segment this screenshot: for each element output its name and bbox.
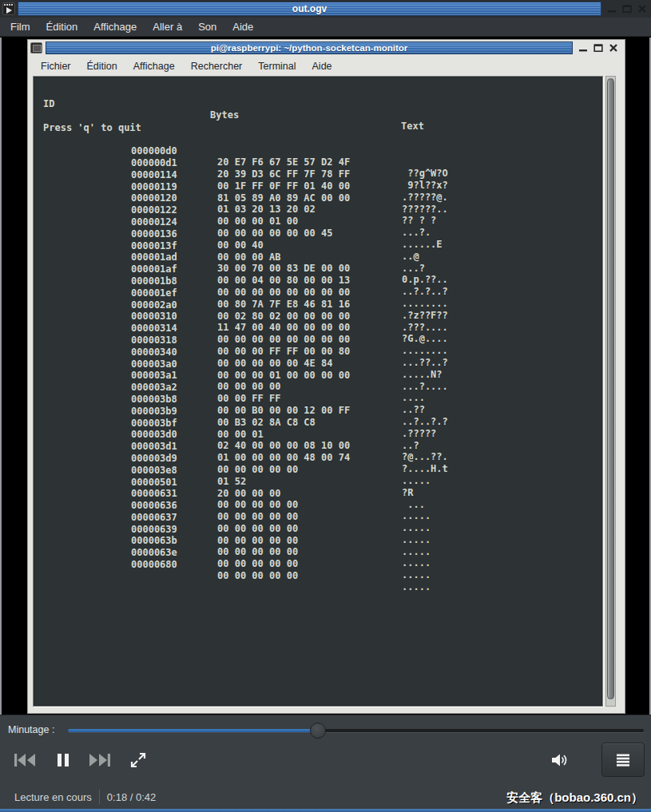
hexdump-row: 000003a1 00 00 00 00 .... [43,358,599,370]
hexdump-row: 000001af 00 00 04 00 80 00 00 13 ..?.?..… [43,252,599,264]
fullscreen-button[interactable] [125,747,152,774]
hexdump-row: 000001b8 00 00 00 00 00 00 00 00 .......… [43,264,599,276]
hexdump-row: 00000637 00 00 00 00 00 ..... [43,501,599,513]
maximize-icon[interactable] [621,4,632,14]
video-menu-item: Fichier [33,58,79,74]
video-terminal-title: pi@raspberrypi: ~/python-socketcan-monit… [211,43,408,53]
player-controls: Minutage : [0,715,651,812]
hexdump-row: 000003b8 00 00 B0 00 00 12 00 FF ..?..?.… [43,382,599,394]
hexdump-row: 00000124 00 00 00 00 00 00 45 ......E [43,205,599,217]
video-menu-item: Édition [79,58,125,74]
menu-item[interactable]: Son [190,18,224,35]
hexdump-output: ID Bytes Text Press 'q' to quit 000000d0 [43,87,599,560]
hexdump-row: 0000013f 00 00 00 AB ...? [43,229,599,241]
hexdump-row: 00000501 20 00 00 00 ... [43,465,599,477]
hexdump-row: 00000639 00 00 00 00 00 ..... [43,513,599,525]
playlist-menu-button[interactable] [601,743,645,777]
hexdump-row: 0000063e 00 00 00 00 00 ..... [43,536,599,548]
pause-button[interactable] [50,747,77,774]
hexdump-row: 00000310 11 47 00 40 00 00 00 00 ?G.@...… [43,299,599,311]
hexdump-rows: 000000d0 20 E7 F6 67 5E 57 D2 4F ??g^W?O… [43,134,599,560]
terminal-app-icon [30,42,42,53]
seek-handle[interactable] [310,723,326,739]
player-window: out.ogv FilmÉditionAffichageAller àSonAi… [0,0,651,812]
hexdump-row: 00000120 01 03 20 13 20 02 ?? ? ? [43,181,599,193]
titlebar[interactable]: out.ogv [18,2,601,16]
terminal-scrollbar-thumb [607,78,614,699]
hexdump-row: 00000122 00 00 00 01 00 ...?. [43,193,599,205]
video-terminal-menubar: FichierÉditionAffichageRechercherTermina… [30,57,623,76]
hexdump-row: 0000063b 00 00 00 00 00 ..... [43,524,599,536]
status-divider [99,790,100,804]
hexdump-row: 00000631 00 00 00 00 00 ..... [43,477,599,489]
seek-label: Minutage : [8,724,54,735]
video-close-icon [608,43,618,53]
hexdump-row: 000003d0 02 40 00 00 00 08 10 00 ?@...??… [43,418,599,430]
hexdump-header: ID Bytes Text [43,87,599,99]
seek-fill [68,729,318,732]
hexdump-row: 000002a0 00 02 80 02 00 00 00 00 .???...… [43,288,599,300]
menu-item[interactable]: Affichage [85,18,145,35]
hexdump-row: 000003a2 00 00 FF FF ..?? [43,370,599,382]
hexdump-row: 000000d0 20 E7 F6 67 5E 57 D2 4F ??g^W?O [43,134,599,146]
hexdump-row: 00000340 00 00 00 00 00 4E 84 .....N? [43,335,599,347]
menu-item[interactable]: Film [2,18,38,35]
hexdump-row: 00000680 00 00 00 00 00 ..... [43,548,599,560]
player-menubar: FilmÉditionAffichageAller àSonAide [0,18,651,37]
window-title: out.ogv [292,3,327,14]
hexdump-row: 00000136 00 00 40 ..@ [43,217,599,229]
hexdump-row: 00000114 00 1F FF 0F FF 01 40 00 .?????@… [43,158,599,170]
hexdump-row: 000003b9 00 B3 02 8A C8 C8 .????? [43,394,599,406]
minimize-icon[interactable] [606,4,617,14]
video-display[interactable]: pi@raspberrypi: ~/python-socketcan-monit… [0,38,651,715]
hexdump-row: 000003a0 00 00 00 01 00 00 00 00 ...?...… [43,347,599,359]
hexdump-row: 00000119 81 05 89 A0 89 AC 00 00 ??????.… [43,170,599,182]
next-button[interactable] [86,747,113,774]
video-menu-item: Terminal [250,58,304,74]
window-border-bottom [0,809,651,812]
terminal-screen: ID Bytes Text Press 'q' to quit 000000d0 [33,76,603,707]
video-menu-item: Rechercher [183,58,251,74]
window-border-left [0,38,2,715]
menu-item[interactable]: Aide [224,18,261,35]
hexdump-row: 000001ad 30 00 70 00 83 DE 00 00 0.p.??.… [43,240,599,252]
video-maximize-icon [593,43,603,53]
hamburger-icon [615,753,631,767]
hexdump-row: 000003bf 00 00 01 ..? [43,406,599,418]
hexdump-row: 000003d9 00 00 00 00 00 ..... [43,442,599,454]
hexdump-row: 00000314 00 00 00 00 00 00 00 00 .......… [43,311,599,323]
menu-item[interactable]: Aller à [145,18,190,35]
player-titlebar: out.ogv [0,0,651,18]
video-menu-item: Affichage [125,58,183,74]
video-menu-item: Aide [304,58,340,74]
video-terminal-window: pi@raspberrypi: ~/python-socketcan-monit… [28,40,625,713]
hexdump-row: 000001ef 00 80 7A 7F E8 46 81 16 .?z??F?… [43,276,599,288]
seek-slider[interactable] [68,729,644,732]
hexdump-row: 00000318 00 00 00 FF FF 00 00 80 ...??..… [43,323,599,335]
terminal-scrollbar [605,76,616,707]
time-display: 0:18 / 0:42 [107,791,156,803]
previous-button[interactable] [11,747,38,774]
hexdump-row: 00000636 00 00 00 00 00 ..... [43,489,599,501]
watermark: 安全客（bobao.360.cn） [506,790,643,806]
movie-player-app-icon [2,2,15,15]
quit-hint: Press 'q' to quit [43,111,599,123]
hexdump-row: 000000d1 20 39 D3 6C FF 7F 78 FF 9?l??x? [43,146,599,158]
video-minimize-icon [578,43,588,53]
volume-button[interactable] [546,747,573,774]
close-icon[interactable] [637,4,647,14]
video-terminal-titlebar: pi@raspberrypi: ~/python-socketcan-monit… [28,40,625,56]
playback-status: Lecture en cours [14,791,92,803]
hexdump-row: 000003d1 01 00 00 00 00 48 00 74 ?....H.… [43,430,599,442]
hexdump-row: 000003e8 01 52 ?R [43,454,599,465]
menu-item[interactable]: Édition [38,18,86,35]
